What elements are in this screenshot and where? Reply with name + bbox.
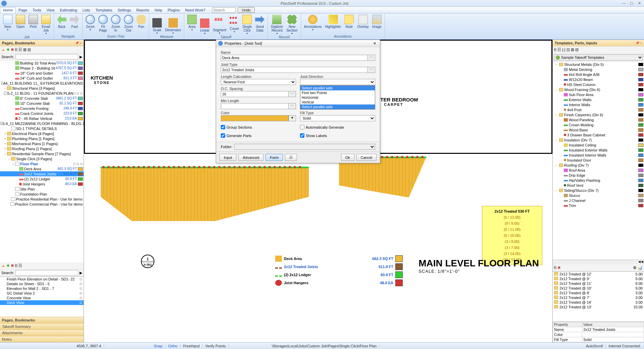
min-more-icon[interactable]: ⋯ [289,103,296,109]
chevron-down-icon[interactable]: ▼ [204,32,206,35]
copy-icon[interactable]: ⎘ [554,265,556,270]
template-row[interactable]: 4x4 Post [553,107,644,112]
menu-tools[interactable]: Tools [30,7,44,13]
template-row[interactable]: Metal Decking [553,67,644,72]
tree-row[interactable]: Site Plan [0,186,84,191]
tree-row[interactable]: 10" Concrete Slab82.1 SQ FT [0,101,84,106]
template-row[interactable]: Insulated Ceiling [553,142,644,147]
pages-tree[interactable]: Building 10 Total Area7070.0 SQ FTPhase … [0,60,84,262]
list-item[interactable]: Concrete View⊡ [0,296,84,300]
menu-need-work-[interactable]: Need Work? [183,7,208,13]
part-row[interactable]: 2x12 Treated @ 9'9.00 [553,276,644,281]
template-row[interactable]: Trim [553,203,644,208]
bookmarks-list[interactable]: Finish Floor Elevation on Detail - SD1- … [0,276,84,317]
stack-pages-bookmarks[interactable]: Pages, Bookmarks [0,317,84,323]
tree-row[interactable]: 6" Concrete Slab3461.2 SQ FT [0,96,84,101]
part-row[interactable]: 2x12 Treated @ 11'8.00 [553,281,644,286]
list-item[interactable]: Elevation for Wall 2 - SD1 - 7⊡ [0,286,84,291]
copy-icon[interactable]: ⎘ [15,47,17,52]
form-button[interactable]: Form [265,154,283,161]
up-icon[interactable]: ▲ [1,47,5,52]
tree-row[interactable]: +Electrical Plans [4 Pages] [0,131,84,136]
list-item[interactable]: Details on Sheet - SD1 - 5⊡ [0,281,84,286]
templates-dropdown[interactable]: 🟢 Sample Takeoff Templates [554,54,643,60]
search-input[interactable] [212,7,236,13]
layout-icon-button[interactable]: ☷ [285,154,297,161]
properties-grid[interactable]: PropertyValueName2x12 Treated JoistsColo… [553,322,644,342]
template-row[interactable]: –Structural Metals (Div 5) [553,62,644,67]
joist-type-more-icon[interactable]: ⋯ [368,67,375,73]
maximize-icon[interactable]: ▢ [628,1,635,5]
auto-generate-checkbox[interactable] [300,125,304,129]
templates-tree[interactable]: –Structural Metals (Div 5)Metal DeckingH… [553,62,644,260]
chevron-down-icon[interactable]: ▼ [156,32,158,34]
group-sections-checkbox[interactable] [221,125,225,129]
menu-view[interactable]: View [44,7,57,13]
template-row[interactable]: –Finish Carpentry (Div 6) [553,112,644,117]
drawing-viewport[interactable]: Add Double Joist KITCHENSTONESITTING ARE… [84,40,552,342]
oc-more-icon[interactable]: ⋯ [289,91,296,97]
dialog-titlebar[interactable]: Properties - [Joist Tool] ✕ [216,40,380,47]
name-field[interactable] [221,55,368,61]
generate-parts-checkbox[interactable] [221,133,225,138]
undo-button[interactable]: Undo [238,7,254,13]
oc-spacing-field[interactable] [221,91,289,97]
list-item[interactable]: Finish Floor Elevation on Detail - SD1- … [0,277,84,281]
template-row[interactable]: Hot Roll Angle A36 [553,72,644,77]
note-button[interactable]: Note [343,14,355,29]
tree-row[interactable]: Practice Commercial Plan - Use for demo [0,202,84,207]
menu-home[interactable]: Home [0,7,16,13]
zin-button[interactable]: ZoomIn [109,14,122,33]
status-autoscroll[interactable]: AutoScroll [583,344,606,348]
up-icon[interactable]: ▲ [1,263,5,268]
chevron-down-icon[interactable]: ▼ [246,32,248,35]
chevron-down-icon[interactable]: ▼ [291,32,293,35]
menu-settings[interactable]: Settings [115,7,134,13]
tree-row[interactable]: –S-2_11 BLDG - 11 FOUNDATION PLAN⊡ ⊡ ⊡ [0,91,84,96]
template-row[interactable]: Wood Paneling [553,117,644,122]
tree-row[interactable]: Practice Residential Plan - Use for demo [0,197,84,202]
add-icon[interactable]: ✚ [6,47,10,52]
back-button[interactable]: Back [55,14,68,29]
dropdown-option[interactable]: First two Points [300,90,375,95]
tree-row[interactable]: 2x12 Treated Joists511.8 FT [0,171,84,176]
menu-plugins[interactable]: Plugins [165,7,182,13]
menu-page[interactable]: Page [16,7,30,13]
list-item[interactable]: Deck View⊡ [0,300,84,305]
template-row[interactable]: 3 Drawer Base Cabinet [553,132,644,137]
advanced-button[interactable]: Advanced [238,154,263,161]
name-more-icon[interactable]: ⋯ [368,55,375,61]
parts-list[interactable]: 2x12 Treated @ 12'5.002x12 Treated @ 9'9… [553,271,644,322]
tree-row[interactable]: Joist Hangers48.0 EA [0,181,84,186]
tree-row[interactable]: Concrete Footing249.9 FT [0,106,84,111]
close-icon[interactable]: ✕ [636,1,643,5]
dialog-close-icon[interactable]: ✕ [371,41,378,46]
list-item[interactable]: GC Detail View 2⊡ [0,291,84,296]
zoom-button[interactable]: Zoom▼ [84,14,97,32]
color-drop-icon[interactable]: ▾ [289,115,296,121]
pin-icon[interactable]: 📌 » [636,41,642,45]
status-mode-snap[interactable]: Snap [151,344,165,348]
part-row[interactable]: 2x12 Treated @ 14'3.00 [553,300,644,305]
tree-row[interactable]: +Plumbing Plans [1 Pages] [0,136,84,141]
chevron-down-icon[interactable]: ▼ [233,31,236,33]
template-row[interactable]: –Roofing (Div 7) [553,163,644,168]
chevron-down-icon[interactable]: ▼ [7,29,9,31]
template-row[interactable]: Crown Molding [553,122,644,127]
dropdown-option[interactable]: Horizontal [300,95,375,100]
chevron-down-icon[interactable]: ▼ [89,29,92,31]
template-row[interactable]: W12x20 Beam [553,77,644,82]
cancel-button[interactable]: Cancel [356,154,377,161]
template-row[interactable]: Wood Base [553,127,644,132]
template-row[interactable]: Insulated Exterior Walls [553,147,644,152]
tree-row[interactable]: 2 - #6 Rebar Vertical23.0 EA [0,116,84,121]
tree-row[interactable]: –Residential Sample Plans [7 Pages] [0,151,84,156]
send-button[interactable]: SendData [253,14,266,33]
fit-button[interactable]: FitPage [97,14,109,33]
add-icon[interactable]: ✚ [6,263,10,268]
template-row[interactable]: Roof Vent [553,183,644,188]
template-row[interactable]: Insulated Interior Walls [553,152,644,158]
bookmarks-search-input[interactable] [15,270,78,275]
tree-row[interactable]: –Floor Plan⊡ ⊡ ⊡ [0,161,84,166]
part-row[interactable]: 2x12 Treated @ 13'10.00 [553,305,644,309]
